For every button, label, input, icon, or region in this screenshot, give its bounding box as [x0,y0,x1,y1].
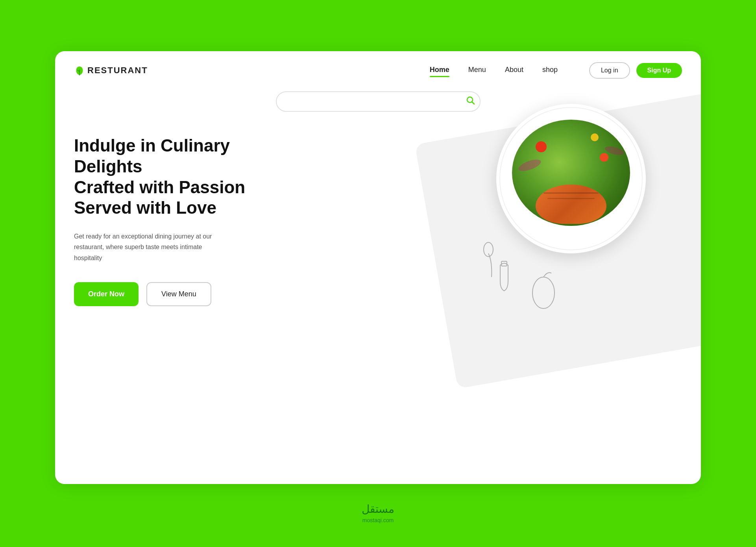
plate [496,104,646,253]
tomato-2 [600,153,608,162]
tomato-1 [536,141,547,152]
logo: RESTURANT [74,65,148,76]
nav-actions: Log in Sign Up [589,62,682,79]
nav-links: Home Menu About shop [430,66,558,76]
main-card: RESTURANT Home Menu About shop Log in Si… [55,51,701,484]
order-now-button[interactable]: Order Now [74,282,139,306]
hero-title: Indulge in Culinary Delights Crafted wit… [74,135,279,218]
nav-about[interactable]: About [505,66,523,76]
hero-image-area [465,96,701,324]
navbar: RESTURANT Home Menu About shop Log in Si… [55,51,701,79]
svg-point-11 [484,242,493,257]
nav-shop[interactable]: shop [542,66,558,76]
arabic-text: مستقل [362,503,394,516]
hero-text: Indulge in Culinary Delights Crafted wit… [74,128,279,306]
hero-title-line2: Crafted with Passion [74,177,245,197]
hero-title-line1: Indulge in Culinary Delights [74,136,230,176]
hero-buttons: Order Now View Menu [74,282,279,306]
hero-title-line3: Served with Love [74,198,216,217]
grill-mark-2 [547,198,595,199]
hero-section: Indulge in Culinary Delights Crafted wit… [55,112,701,466]
nav-home[interactable]: Home [430,66,449,76]
salmon-piece [536,185,606,224]
hero-description: Get ready for an exceptional dining jour… [74,231,216,263]
signup-button[interactable]: Sign Up [636,63,682,78]
login-button[interactable]: Log in [589,62,630,79]
view-menu-button[interactable]: View Menu [146,282,211,306]
search-input[interactable] [276,91,481,112]
search-wrapper [276,91,481,112]
nav-menu[interactable]: Menu [468,66,486,76]
site-url: mostaqi.com [362,517,394,523]
tomato-3 [591,133,599,141]
grill-mark-1 [543,192,599,194]
logo-icon [74,65,85,76]
svg-point-12 [532,277,555,309]
logo-text: RESTURANT [87,65,148,76]
food-plate [496,104,701,253]
footer-watermark: مستقل mostaqi.com [362,503,394,523]
